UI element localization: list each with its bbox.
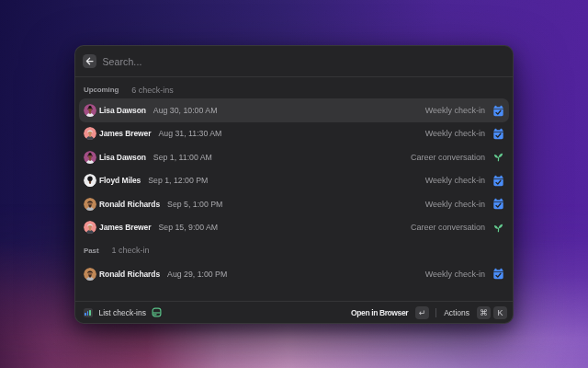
check-in-date: Aug 29, 1:00 PM bbox=[167, 270, 227, 279]
avatar bbox=[84, 221, 96, 234]
avatar bbox=[84, 151, 96, 164]
check-in-type: Weekly check-in bbox=[425, 129, 485, 138]
calendar-check-icon bbox=[492, 268, 504, 280]
check-in-type: Career conversation bbox=[411, 223, 485, 232]
back-button[interactable] bbox=[83, 54, 96, 68]
sprout-icon bbox=[492, 222, 504, 234]
return-key-badge: ↵ bbox=[415, 306, 429, 319]
avatar bbox=[84, 127, 96, 140]
section-title: Upcoming bbox=[84, 86, 119, 94]
footer-bar: List check-ins Open in Browser ↵ Actions… bbox=[75, 301, 513, 323]
person-name: Ronald Richards bbox=[99, 270, 160, 279]
avatar bbox=[84, 174, 96, 187]
list-item[interactable]: Ronald Richards Aug 29, 1:00 PM Weekly c… bbox=[79, 262, 509, 285]
person-name: James Brewer bbox=[99, 223, 151, 232]
extension-label: List check-ins bbox=[99, 308, 147, 317]
check-in-type: Weekly check-in bbox=[425, 270, 485, 279]
bar-chart-icon bbox=[84, 308, 93, 317]
k-key-badge: K bbox=[493, 306, 507, 319]
check-in-date: Aug 30, 10:00 AM bbox=[153, 106, 218, 115]
drive-icon bbox=[152, 307, 162, 317]
search-input[interactable] bbox=[103, 56, 504, 67]
open-in-browser-button[interactable]: Open in Browser bbox=[351, 308, 408, 317]
section-title: Past bbox=[84, 247, 99, 255]
footer-divider bbox=[435, 308, 436, 317]
avatar bbox=[84, 268, 96, 281]
check-in-type: Weekly check-in bbox=[425, 106, 485, 115]
calendar-check-icon bbox=[492, 105, 504, 117]
check-in-date: Sep 15, 9:00 AM bbox=[158, 223, 218, 232]
search-bar bbox=[75, 46, 513, 77]
list-item[interactable]: Lisa Dawson Sep 1, 11:00 AM Career conve… bbox=[79, 145, 509, 168]
section-count: 1 check-in bbox=[112, 246, 150, 255]
avatar bbox=[84, 198, 96, 211]
check-in-date: Aug 31, 11:30 AM bbox=[158, 129, 221, 138]
list-item[interactable]: Floyd Miles Sep 1, 12:00 PM Weekly check… bbox=[79, 169, 509, 192]
calendar-check-icon bbox=[492, 128, 504, 140]
list-item[interactable]: Ronald Richards Sep 5, 1:00 PM Weekly ch… bbox=[79, 192, 509, 215]
check-in-date: Sep 1, 11:00 AM bbox=[153, 153, 212, 162]
cmd-key-badge: ⌘ bbox=[477, 306, 491, 319]
section-header: Upcoming 6 check-ins bbox=[79, 81, 509, 98]
check-in-list: Upcoming 6 check-ins Lisa Dawson Aug 30,… bbox=[75, 77, 513, 301]
command-palette-window: Upcoming 6 check-ins Lisa Dawson Aug 30,… bbox=[74, 45, 514, 324]
avatar bbox=[84, 104, 96, 117]
person-name: Ronald Richards bbox=[99, 200, 160, 209]
person-name: James Brewer bbox=[99, 129, 151, 138]
person-name: Lisa Dawson bbox=[99, 106, 146, 115]
section-header: Past 1 check-in bbox=[79, 239, 509, 262]
calendar-check-icon bbox=[492, 175, 504, 187]
list-item[interactable]: James Brewer Aug 31, 11:30 AM Weekly che… bbox=[79, 122, 509, 145]
check-in-date: Sep 5, 1:00 PM bbox=[167, 200, 222, 209]
section-count: 6 check-ins bbox=[131, 86, 174, 95]
list-item[interactable]: James Brewer Sep 15, 9:00 AM Career conv… bbox=[79, 215, 509, 238]
actions-button[interactable]: Actions bbox=[444, 308, 469, 317]
check-in-type: Weekly check-in bbox=[425, 176, 485, 185]
check-in-type: Weekly check-in bbox=[425, 200, 485, 209]
person-name: Floyd Miles bbox=[99, 176, 141, 185]
list-item[interactable]: Lisa Dawson Aug 30, 10:00 AM Weekly chec… bbox=[79, 98, 509, 121]
calendar-check-icon bbox=[492, 198, 504, 210]
arrow-left-icon bbox=[85, 57, 94, 65]
person-name: Lisa Dawson bbox=[99, 153, 146, 162]
check-in-type: Career conversation bbox=[411, 153, 485, 162]
check-in-date: Sep 1, 12:00 PM bbox=[148, 176, 208, 185]
sprout-icon bbox=[492, 151, 504, 163]
